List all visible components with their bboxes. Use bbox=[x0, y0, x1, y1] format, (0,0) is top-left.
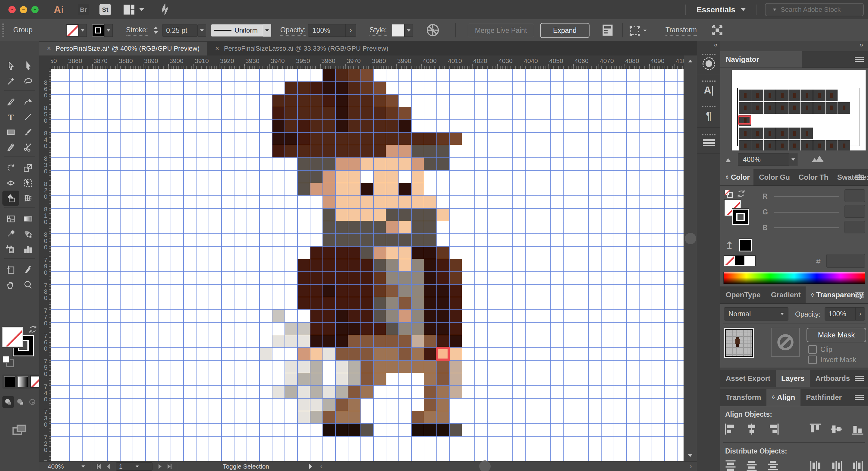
pixel-cell[interactable] bbox=[361, 246, 373, 259]
pixel-cell[interactable] bbox=[373, 360, 386, 373]
pixel-cell[interactable] bbox=[436, 385, 449, 398]
tab-color-themes[interactable]: Color Th bbox=[793, 169, 832, 185]
artboard-thumbnail[interactable] bbox=[776, 102, 788, 114]
pixel-cell[interactable] bbox=[411, 132, 424, 145]
horizontal-ruler[interactable]: 3850386038703880389039003910392039303940… bbox=[51, 56, 684, 69]
previous-artboard-button[interactable] bbox=[107, 464, 110, 469]
graphic-style-swatch[interactable] bbox=[392, 24, 404, 37]
pixel-cell[interactable] bbox=[348, 347, 361, 360]
pixel-cell[interactable] bbox=[322, 385, 335, 398]
transparency-opacity-control[interactable]: 100% › bbox=[825, 307, 865, 321]
pixel-cell[interactable] bbox=[272, 145, 284, 157]
pixel-cell[interactable] bbox=[373, 271, 386, 284]
pixel-cell[interactable] bbox=[322, 208, 335, 221]
pixel-cell[interactable] bbox=[411, 221, 424, 233]
pixel-cell[interactable] bbox=[348, 81, 361, 94]
artboard-thumbnail[interactable] bbox=[739, 115, 751, 126]
artboard-thumbnail[interactable] bbox=[739, 90, 751, 101]
channel-value-R[interactable] bbox=[844, 189, 865, 202]
pixel-cell[interactable] bbox=[361, 145, 373, 157]
mask-thumbnail-slot[interactable] bbox=[771, 328, 800, 357]
pixel-cell[interactable] bbox=[335, 322, 348, 335]
pixel-cell[interactable] bbox=[335, 347, 348, 360]
pixel-cell[interactable] bbox=[348, 69, 361, 81]
pixel-cell[interactable] bbox=[335, 411, 348, 423]
mesh-tool[interactable] bbox=[2, 211, 19, 227]
pixel-cell[interactable] bbox=[449, 310, 462, 322]
pixel-cell[interactable] bbox=[449, 132, 462, 145]
hscroll-right-arrow[interactable]: › bbox=[689, 462, 697, 471]
vertical-ruler[interactable]: 8608508408308208108007907807707607507407… bbox=[39, 69, 52, 461]
pixel-cell[interactable] bbox=[297, 398, 310, 411]
workspace-switcher[interactable]: Essentials bbox=[696, 5, 735, 14]
pixel-cell[interactable] bbox=[348, 259, 361, 271]
pixel-cell[interactable] bbox=[272, 107, 284, 119]
workspace-caret[interactable] bbox=[741, 8, 746, 11]
pixel-cell[interactable] bbox=[398, 297, 411, 310]
pixel-cell[interactable] bbox=[411, 157, 424, 170]
distribute-top-button[interactable] bbox=[724, 459, 737, 471]
pixel-cell[interactable] bbox=[424, 196, 436, 208]
color-stroke-proxy[interactable] bbox=[733, 209, 749, 225]
pixel-cell[interactable] bbox=[322, 423, 335, 436]
color-mode-button[interactable] bbox=[4, 376, 15, 387]
pixel-cell[interactable] bbox=[348, 423, 361, 436]
pixel-cell[interactable] bbox=[411, 246, 424, 259]
artboard-thumbnail[interactable] bbox=[751, 102, 764, 114]
hand-tool[interactable] bbox=[2, 277, 19, 293]
pixel-cell[interactable] bbox=[348, 310, 361, 322]
pixel-cell[interactable] bbox=[386, 132, 398, 145]
pixel-cell[interactable] bbox=[373, 145, 386, 157]
pixel-cell[interactable] bbox=[297, 385, 310, 398]
pixel-cell[interactable] bbox=[373, 322, 386, 335]
artboard-thumbnail[interactable] bbox=[764, 140, 776, 150]
pixel-cell[interactable] bbox=[348, 360, 361, 373]
pixel-cell[interactable] bbox=[284, 360, 297, 373]
pixel-cell[interactable] bbox=[284, 385, 297, 398]
pixel-cell[interactable] bbox=[348, 107, 361, 119]
pixel-cell[interactable] bbox=[348, 385, 361, 398]
pixel-cell[interactable] bbox=[297, 157, 310, 170]
pixel-cell[interactable] bbox=[284, 94, 297, 107]
recolor-artwork-icon[interactable] bbox=[426, 24, 439, 37]
pixel-cell[interactable] bbox=[386, 196, 398, 208]
pixel-cell[interactable] bbox=[373, 170, 386, 183]
gpu-performance-icon[interactable] bbox=[159, 3, 170, 16]
pixel-cell[interactable] bbox=[335, 157, 348, 170]
pixel-cell[interactable] bbox=[398, 145, 411, 157]
pixel-cell[interactable] bbox=[424, 322, 436, 335]
pixel-cell[interactable] bbox=[386, 360, 398, 373]
align-top-button[interactable] bbox=[809, 422, 822, 437]
pixel-cell[interactable] bbox=[310, 145, 322, 157]
scroll-up-arrow[interactable] bbox=[688, 60, 692, 62]
pixel-cell[interactable] bbox=[398, 322, 411, 335]
pixel-cell[interactable] bbox=[398, 310, 411, 322]
pixel-cell[interactable] bbox=[335, 385, 348, 398]
pixel-cell[interactable] bbox=[322, 322, 335, 335]
pixel-cell[interactable] bbox=[436, 423, 449, 436]
pixel-cell[interactable] bbox=[373, 246, 386, 259]
hex-input[interactable] bbox=[827, 254, 865, 268]
artboard-thumbnail[interactable] bbox=[751, 140, 764, 150]
layers-menu-icon[interactable] bbox=[855, 375, 864, 382]
pixel-cell[interactable] bbox=[386, 183, 398, 196]
column-graph-tool[interactable] bbox=[20, 241, 36, 257]
pixel-cell[interactable] bbox=[398, 271, 411, 284]
pixel-cell[interactable] bbox=[322, 132, 335, 145]
pixel-cell[interactable] bbox=[361, 310, 373, 322]
pixel-cell[interactable] bbox=[424, 398, 436, 411]
zoom-level-caret[interactable] bbox=[82, 466, 85, 468]
free-transform-tool[interactable] bbox=[20, 176, 36, 190]
pixel-cell[interactable] bbox=[361, 157, 373, 170]
pixel-cell[interactable] bbox=[398, 347, 411, 360]
pixel-cell[interactable] bbox=[272, 94, 284, 107]
pixel-cell[interactable] bbox=[310, 373, 322, 385]
pixel-cell[interactable] bbox=[361, 259, 373, 271]
magic-wand-tool[interactable] bbox=[2, 73, 19, 89]
pixel-cell[interactable] bbox=[348, 246, 361, 259]
pixel-cell[interactable] bbox=[386, 335, 398, 347]
pixel-cell[interactable] bbox=[335, 360, 348, 373]
pixel-cell[interactable] bbox=[322, 233, 335, 246]
pixel-cell[interactable] bbox=[386, 170, 398, 183]
pixel-cell[interactable] bbox=[436, 208, 449, 221]
